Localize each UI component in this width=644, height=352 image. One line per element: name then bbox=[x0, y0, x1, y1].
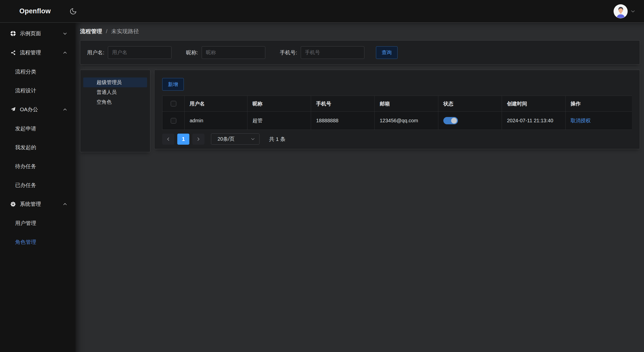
role-list-panel: 超级管理员 普通人员 空角色 bbox=[80, 70, 150, 152]
table-header-phone: 手机号 bbox=[311, 96, 375, 112]
cell-phone: 18888888 bbox=[311, 112, 375, 130]
top-bar: Openflow bbox=[0, 0, 644, 23]
search-button[interactable]: 查询 bbox=[376, 46, 398, 59]
sidebar-item-flow-management[interactable]: 流程管理 bbox=[0, 47, 75, 59]
filter-field-nickname: 昵称: bbox=[186, 46, 265, 59]
chevron-down-icon bbox=[251, 138, 255, 140]
sidebar-item-label: OA办公 bbox=[20, 106, 38, 113]
next-page-button[interactable] bbox=[192, 134, 204, 145]
current-page-button[interactable]: 1 bbox=[177, 134, 189, 145]
table-header-email: 邮箱 bbox=[375, 96, 438, 112]
chevron-left-icon bbox=[167, 137, 169, 141]
app-window: Openflow bbox=[0, 0, 644, 352]
filter-field-username: 用户名: bbox=[87, 46, 171, 59]
cell-status bbox=[438, 112, 502, 130]
sidebar-item-flow-category[interactable]: 流程分类 bbox=[0, 66, 75, 78]
total-count-label: 共 1 条 bbox=[269, 136, 285, 143]
table-header-username: 用户名 bbox=[185, 96, 247, 112]
sidebar-item-user-management[interactable]: 用户管理 bbox=[0, 217, 75, 229]
chevron-right-icon bbox=[197, 137, 200, 141]
chevron-down-icon bbox=[631, 10, 635, 13]
role-item-normal-user[interactable]: 普通人员 bbox=[83, 87, 147, 97]
sidebar-item-done-tasks[interactable]: 已办任务 bbox=[0, 179, 75, 191]
role-item-super-admin[interactable]: 超级管理员 bbox=[83, 77, 147, 87]
page-size-select[interactable]: 20条/页 bbox=[211, 133, 260, 145]
breadcrumb: 流程管理 / 未实现路径 bbox=[80, 23, 640, 40]
cell-nickname: 超管 bbox=[247, 112, 311, 130]
breadcrumb-item-current: 未实现路径 bbox=[111, 28, 139, 35]
sidebar-item-example-pages[interactable]: 示例页面 bbox=[0, 27, 75, 40]
sidebar-subitem-label: 发起申请 bbox=[15, 125, 36, 132]
send-icon bbox=[10, 107, 16, 112]
prev-page-button[interactable] bbox=[162, 134, 174, 145]
main-content: 流程管理 / 未实现路径 用户名: 昵称: 手机号: 查询 bbox=[75, 23, 644, 352]
table-header-select bbox=[162, 96, 185, 112]
breadcrumb-item-flow-management[interactable]: 流程管理 bbox=[80, 28, 102, 35]
revoke-authorization-link[interactable]: 取消授权 bbox=[571, 117, 591, 124]
table-row bbox=[162, 112, 185, 130]
cell-username: admin bbox=[185, 112, 247, 130]
toggle-knob bbox=[451, 118, 457, 124]
dark-mode-toggle[interactable] bbox=[69, 7, 77, 16]
sidebar-item-label: 示例页面 bbox=[20, 30, 41, 37]
sidebar-subitem-label: 用户管理 bbox=[15, 220, 36, 227]
cell-email: 123456@qq.com bbox=[375, 112, 438, 130]
share-icon bbox=[10, 50, 16, 55]
cell-created: 2024-07-11 21:13:40 bbox=[502, 112, 566, 130]
username-input[interactable] bbox=[108, 46, 171, 59]
chevron-up-icon bbox=[63, 203, 67, 205]
table-header-created: 创建时间 bbox=[502, 96, 566, 112]
sidebar-item-oa-office[interactable]: OA办公 bbox=[0, 103, 75, 115]
sidebar: 示例页面 流程管理 流程分类 bbox=[0, 23, 75, 352]
user-table-panel: 新增 用户名 昵称 手机号 邮箱 状态 创建时间 操作 bbox=[154, 70, 640, 149]
sidebar-subitem-label: 待办任务 bbox=[15, 163, 36, 170]
filter-field-phone: 手机号: bbox=[280, 46, 364, 59]
sidebar-subitem-label: 角色管理 bbox=[15, 239, 36, 246]
avatar[interactable] bbox=[613, 4, 628, 19]
table-header-actions: 操作 bbox=[566, 96, 632, 112]
chevron-down-icon bbox=[63, 32, 67, 35]
brand-logo: Openflow bbox=[19, 7, 51, 15]
pagination: 1 20条/页 共 1 条 bbox=[162, 133, 632, 145]
sidebar-item-label: 流程管理 bbox=[20, 49, 41, 56]
gear-icon bbox=[10, 201, 16, 207]
username-label: 用户名: bbox=[87, 49, 104, 56]
phone-label: 手机号: bbox=[280, 49, 297, 56]
nickname-label: 昵称: bbox=[186, 49, 198, 56]
compass-icon bbox=[10, 31, 16, 36]
moon-icon bbox=[69, 8, 77, 15]
sidebar-subitem-label: 已办任务 bbox=[15, 182, 36, 189]
filter-panel: 用户名: 昵称: 手机号: 查询 bbox=[80, 40, 640, 65]
sidebar-subitem-label: 我发起的 bbox=[15, 144, 36, 151]
status-toggle[interactable] bbox=[443, 117, 458, 124]
phone-input[interactable] bbox=[301, 46, 364, 59]
row-checkbox[interactable] bbox=[171, 118, 176, 124]
sidebar-item-todo-tasks[interactable]: 待办任务 bbox=[0, 160, 75, 172]
sidebar-item-label: 系统管理 bbox=[20, 201, 41, 208]
role-item-empty-role[interactable]: 空角色 bbox=[83, 97, 147, 107]
chevron-up-icon bbox=[63, 108, 67, 111]
chevron-up-icon bbox=[63, 52, 67, 54]
page-size-value: 20条/页 bbox=[218, 136, 235, 142]
add-button[interactable]: 新增 bbox=[162, 78, 184, 91]
sidebar-item-my-initiated[interactable]: 我发起的 bbox=[0, 141, 75, 153]
breadcrumb-separator: / bbox=[106, 28, 107, 35]
sidebar-subitem-label: 流程设计 bbox=[15, 87, 36, 94]
sidebar-item-flow-design[interactable]: 流程设计 bbox=[0, 85, 75, 97]
table-header-nickname: 昵称 bbox=[247, 96, 311, 112]
nickname-input[interactable] bbox=[202, 46, 265, 59]
user-table: 用户名 昵称 手机号 邮箱 状态 创建时间 操作 admin 超管 1888 bbox=[162, 96, 632, 130]
table-header-status: 状态 bbox=[438, 96, 502, 112]
cell-actions: 取消授权 bbox=[566, 112, 632, 130]
select-all-checkbox[interactable] bbox=[171, 101, 176, 106]
sidebar-item-start-request[interactable]: 发起申请 bbox=[0, 123, 75, 135]
sidebar-item-system-management[interactable]: 系统管理 bbox=[0, 198, 75, 210]
sidebar-item-role-management[interactable]: 角色管理 bbox=[0, 236, 75, 248]
sidebar-subitem-label: 流程分类 bbox=[15, 68, 36, 75]
user-menu[interactable] bbox=[613, 4, 635, 19]
